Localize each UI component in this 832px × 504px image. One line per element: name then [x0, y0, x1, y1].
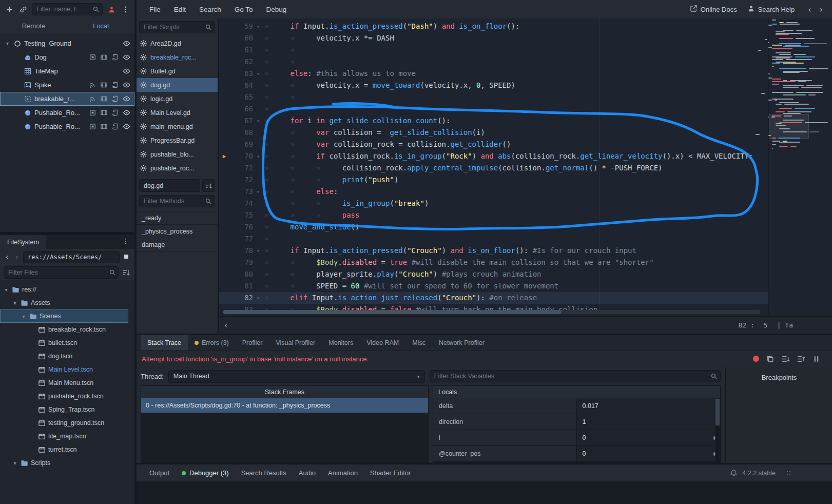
stack-variables-filter-input[interactable]: [430, 370, 721, 382]
eye-icon[interactable]: [123, 123, 130, 130]
scrollbar-thumb[interactable]: [223, 310, 562, 314]
script-icon[interactable]: [111, 81, 119, 89]
signal-icon[interactable]: [89, 81, 96, 89]
method-item-ready[interactable]: _ready: [137, 211, 218, 225]
breakpoint-gutter[interactable]: [219, 209, 229, 221]
scene-node-tilemap[interactable]: TileMap: [0, 64, 134, 78]
file-row-tile-map-tscn[interactable]: tile_map.tscn: [0, 430, 134, 443]
current-script-name[interactable]: dog.gd: [139, 179, 200, 192]
file-row-dog-tscn[interactable]: dog.tscn: [0, 350, 134, 363]
gutter[interactable]: 78▾: [219, 245, 264, 257]
code-line-67[interactable]: 67▾» for i in get_slide_collision_count(…: [219, 115, 832, 127]
scene-tab-local[interactable]: Local: [67, 22, 134, 30]
code-line-79[interactable]: 79» » $Body.disabled = true #will disabl…: [219, 257, 832, 268]
history-back-button[interactable]: ‹: [4, 253, 10, 262]
gutter[interactable]: 77: [219, 233, 264, 245]
film-icon[interactable]: [100, 109, 108, 117]
folder-row-assets[interactable]: ▾Assets: [0, 296, 134, 309]
expander-icon[interactable]: ▾: [4, 41, 11, 46]
breakpoint-gutter[interactable]: [219, 127, 229, 139]
history-forward-button[interactable]: ›: [13, 253, 20, 262]
debug-status-icon[interactable]: [753, 356, 759, 362]
fold-arrow-icon[interactable]: ▾: [257, 150, 264, 162]
code-line-78[interactable]: 78▾» if Input.is_action_pressed("Crouch"…: [219, 245, 832, 257]
breakpoint-gutter[interactable]: [219, 162, 229, 174]
gutter[interactable]: 66: [219, 103, 264, 115]
file-filter-input[interactable]: [4, 266, 119, 279]
breakpoint-gutter[interactable]: [219, 115, 229, 127]
breakpoint-gutter[interactable]: [219, 139, 229, 150]
menu-debug[interactable]: Debug: [260, 6, 294, 13]
gutter[interactable]: 69: [219, 139, 264, 150]
thread-select[interactable]: Main Thread ▾: [168, 370, 425, 383]
gutter[interactable]: 79: [219, 257, 264, 268]
eye-icon[interactable]: [123, 81, 130, 89]
breakpoint-gutter[interactable]: [219, 91, 229, 103]
file-row-breakable-rock-tscn[interactable]: breakable_rock.tscn: [0, 323, 134, 336]
gutter[interactable]: 64: [219, 80, 264, 91]
fold-arrow-icon[interactable]: ▾: [257, 186, 264, 198]
breakpoint-gutter[interactable]: [219, 198, 229, 209]
film-icon[interactable]: [100, 53, 108, 61]
script-icon[interactable]: [111, 95, 119, 103]
filesystem-tab[interactable]: FileSystem: [0, 235, 46, 249]
script-item-pushable-roc[interactable]: pushable_roc...: [137, 161, 218, 175]
breakpoint-gutter[interactable]: [219, 186, 229, 198]
code-line-82[interactable]: 82▾» elif Input.is_action_just_released(…: [219, 292, 832, 304]
debugger-tab-monitors[interactable]: Monitors: [322, 335, 360, 350]
eye-icon[interactable]: [123, 53, 130, 61]
eye-icon[interactable]: [123, 95, 130, 103]
expander-icon[interactable]: ▾: [3, 287, 9, 293]
sort-files-button[interactable]: [122, 268, 131, 277]
breakpoint-gutter[interactable]: [219, 257, 229, 268]
film-icon[interactable]: [100, 123, 108, 130]
folder-row-res[interactable]: ▾res://: [0, 283, 134, 296]
red-person-icon[interactable]: [106, 4, 117, 14]
scene-node-spike[interactable]: Spike: [0, 78, 134, 92]
breakpoint-gutter[interactable]: [219, 245, 229, 257]
panel-grip-icon[interactable]: [785, 470, 792, 476]
gutter[interactable]: 72: [219, 174, 264, 186]
breakpoint-gutter[interactable]: [219, 280, 229, 292]
script-filter-input[interactable]: [139, 21, 215, 33]
scene-node-dog[interactable]: Dog: [0, 50, 134, 64]
code-line-71[interactable]: 71» » » collision_rock.apply_central_imp…: [219, 162, 832, 174]
forward-chevron-button[interactable]: ›: [820, 5, 823, 14]
gutter[interactable]: 82▾: [219, 292, 264, 304]
code-line-64[interactable]: 64» » velocity.x = move_toward(velocity.…: [219, 80, 832, 91]
execution-arrow-icon[interactable]: ▶: [219, 150, 229, 162]
scene-node-breakable-r[interactable]: breakable_r...: [0, 92, 134, 106]
add-node-button[interactable]: [4, 4, 14, 14]
gutter[interactable]: 76: [219, 221, 264, 233]
fold-arrow-icon[interactable]: ▾: [257, 292, 264, 304]
breakpoint-gutter[interactable]: [219, 292, 229, 304]
code-line-77[interactable]: 77»: [219, 233, 832, 245]
gutter[interactable]: 67▾: [219, 115, 264, 127]
path-input[interactable]: [23, 251, 120, 263]
file-row-turret-tscn[interactable]: turret.tscn: [0, 443, 134, 456]
breakpoint-gutter[interactable]: [219, 103, 229, 115]
code-line-81[interactable]: 81» » SPEED = 60 #will set our speed to …: [219, 280, 832, 292]
bottom-panel-output[interactable]: Output: [144, 464, 175, 481]
copy-error-button[interactable]: [766, 355, 775, 363]
debugger-tab-profiler[interactable]: Profiler: [236, 335, 269, 350]
variable-value[interactable]: 0▲▼: [577, 430, 721, 445]
debugger-tab-visual-profiler[interactable]: Visual Profiler: [269, 335, 322, 350]
code-line-60[interactable]: 60» » velocity.x *= DASH: [219, 32, 832, 44]
bottom-panel-audio[interactable]: Audio: [293, 464, 321, 481]
eye-icon[interactable]: [123, 109, 130, 117]
code-line-63[interactable]: 63▾» else: #this allows us to move: [219, 68, 832, 80]
folder-row-scenes[interactable]: ▾Scenes: [0, 309, 128, 323]
eye-icon[interactable]: [123, 40, 130, 47]
code-line-80[interactable]: 80» » player_sprite.play("Crouch") #play…: [219, 268, 832, 280]
method-item-damage[interactable]: damage: [137, 238, 218, 251]
variable-value[interactable]: 1: [577, 414, 721, 430]
file-row-sping-trap-tscn[interactable]: Sping_Trap.tscn: [0, 403, 134, 416]
online-docs-button[interactable]: Online Docs: [690, 5, 737, 14]
file-row-main-menu-tscn[interactable]: Main Menu.tscn: [0, 376, 134, 390]
pause-button[interactable]: [812, 355, 821, 363]
signal-icon[interactable]: [89, 95, 96, 103]
code-line-73[interactable]: 73▾» » else:: [219, 186, 832, 198]
script-icon[interactable]: [111, 53, 119, 61]
code-line-68[interactable]: 68» » var collision = get_slide_collisio…: [219, 127, 832, 139]
